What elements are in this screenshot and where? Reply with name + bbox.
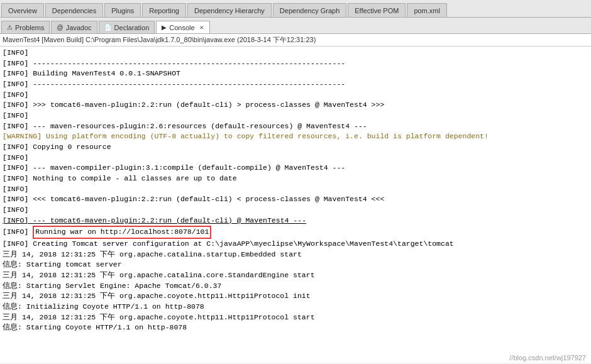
top-tab-bar: OverviewDependenciesPluginsReportingDepe… (0, 0, 591, 18)
console-line: [INFO] (3, 205, 588, 216)
top-tab-plugins[interactable]: Plugins (104, 3, 141, 17)
console-output[interactable]: [INFO] [INFO] --------------------------… (0, 47, 591, 363)
console-icon: ▶ (162, 24, 167, 31)
console-line: [INFO] (3, 153, 588, 163)
console-line: 三月 14, 2018 12:31:25 下午 org.apache.catal… (3, 270, 588, 281)
console-line: [INFO] (3, 184, 588, 195)
console-line: 信息: Initializing Coyote HTTP/1.1 on http… (3, 302, 588, 312)
console-line: [WARNING] Using platform encoding (UTF-8… (3, 131, 588, 142)
top-tab-overview[interactable]: Overview (1, 3, 44, 17)
top-tab-dependency-graph[interactable]: Dependency Graph (273, 3, 346, 17)
console-line: [INFO] ---------------------------------… (3, 79, 588, 90)
console-line: [INFO] Building MavenTest4 0.0.1-SNAPSHO… (3, 69, 588, 79)
top-tab-reporting[interactable]: Reporting (142, 3, 186, 17)
tab-close-icon[interactable]: ✕ (199, 25, 204, 31)
tab-label: Problems (15, 24, 44, 31)
console-line: [INFO] Creating Tomcat server configurat… (3, 239, 588, 250)
top-tab-effective-pom[interactable]: Effective POM (348, 3, 406, 17)
console-line: [INFO] >>> tomcat6-maven-plugin:2.2:run … (3, 100, 588, 111)
highlighted-line: Running war on http://localhost:8078/101 (33, 226, 211, 239)
console-line: [INFO] <<< tomcat6-maven-plugin:2.2:run … (3, 194, 588, 205)
second-tab-console[interactable]: ▶Console✕ (156, 21, 209, 33)
console-line: 信息: Starting Servlet Engine: Apache Tomc… (3, 281, 588, 292)
tab-label: Console (169, 24, 194, 31)
console-line: [INFO] (3, 48, 588, 58)
console-line: [INFO] ---------------------------------… (3, 58, 588, 69)
second-tab-declaration[interactable]: 📄Declaration (99, 21, 155, 33)
console-line: 信息: Starting Coyote HTTP/1.1 on http-807… (3, 323, 588, 333)
console-line: 三月 14, 2018 12:31:25 下午 org.apache.catal… (3, 250, 588, 260)
console-line: 信息: Starting tomcat server (3, 260, 588, 270)
console-line: [INFO] Copying 0 resource (3, 142, 588, 153)
declaration-icon: 📄 (104, 24, 112, 31)
top-tab-dependency-hierarchy[interactable]: Dependency Hierarchy (187, 3, 272, 17)
console-line: 三月 14, 2018 12:31:25 下午 org.apache.coyot… (3, 312, 588, 323)
tab-label: Declaration (114, 24, 150, 31)
watermark: //blog.csdn.net/wj197927 (509, 354, 586, 361)
top-tab-dependencies[interactable]: Dependencies (45, 3, 103, 17)
second-tab-problems[interactable]: ⚠Problems (1, 21, 50, 33)
console-line: [INFO] Nothing to compile - all classes … (3, 174, 588, 184)
tab-label: Javadoc (66, 24, 92, 31)
console-line: [INFO] --- tomcat6-maven-plugin:2.2:run … (3, 216, 588, 226)
console-line: [INFO] (3, 111, 588, 121)
console-line: [INFO] --- maven-compiler-plugin:3.1:com… (3, 163, 588, 174)
javadoc-icon: @ (57, 24, 63, 31)
console-line: [INFO] --- maven-resources-plugin:2.6:re… (3, 121, 588, 132)
second-tab-javadoc[interactable]: @Javadoc (51, 21, 97, 33)
console-line: [INFO] (3, 90, 588, 101)
console-header: MavenTest4 [Maven Build] C:\Program File… (0, 34, 591, 47)
console-line: [INFO] Running war on http://localhost:8… (3, 226, 588, 239)
second-tab-bar: ⚠Problems@Javadoc📄Declaration▶Console✕ (0, 18, 591, 34)
problems-icon: ⚠ (7, 24, 13, 31)
top-tab-pom.xml[interactable]: pom.xml (407, 3, 447, 17)
console-line: 三月 14, 2018 12:31:25 下午 org.apache.coyot… (3, 291, 588, 302)
